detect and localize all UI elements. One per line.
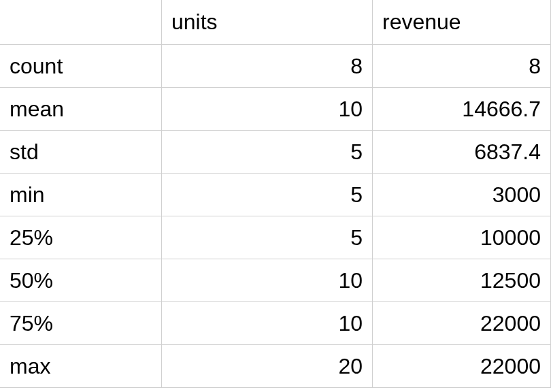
table-row: min 5 3000 xyxy=(0,174,551,216)
cell-units: 10 xyxy=(162,302,373,345)
cell-revenue: 3000 xyxy=(373,174,551,216)
cell-units: 5 xyxy=(162,174,373,216)
table-header-row: units revenue xyxy=(0,0,551,45)
row-label: count xyxy=(0,45,162,88)
cell-units: 5 xyxy=(162,131,373,174)
table-row: mean 10 14666.7 xyxy=(0,88,551,131)
col-header-units: units xyxy=(162,0,373,45)
table-row: count 8 8 xyxy=(0,45,551,88)
cell-revenue: 14666.7 xyxy=(373,88,551,131)
cell-revenue: 8 xyxy=(373,45,551,88)
cell-revenue: 22000 xyxy=(373,345,551,388)
cell-units: 5 xyxy=(162,216,373,259)
row-label: 25% xyxy=(0,216,162,259)
stats-table: units revenue count 8 8 mean 10 14666.7 … xyxy=(0,0,551,388)
col-header-index xyxy=(0,0,162,45)
table-row: 75% 10 22000 xyxy=(0,302,551,345)
cell-revenue: 22000 xyxy=(373,302,551,345)
row-label: 75% xyxy=(0,302,162,345)
row-label: mean xyxy=(0,88,162,131)
row-label: 50% xyxy=(0,259,162,302)
cell-revenue: 6837.4 xyxy=(373,131,551,174)
cell-revenue: 12500 xyxy=(373,259,551,302)
cell-units: 10 xyxy=(162,259,373,302)
table-row: max 20 22000 xyxy=(0,345,551,388)
col-header-revenue: revenue xyxy=(373,0,551,45)
cell-units: 20 xyxy=(162,345,373,388)
table-row: 25% 5 10000 xyxy=(0,216,551,259)
cell-units: 10 xyxy=(162,88,373,131)
row-label: min xyxy=(0,174,162,216)
table-row: std 5 6837.4 xyxy=(0,131,551,174)
cell-revenue: 10000 xyxy=(373,216,551,259)
row-label: std xyxy=(0,131,162,174)
cell-units: 8 xyxy=(162,45,373,88)
row-label: max xyxy=(0,345,162,388)
describe-table: units revenue count 8 8 mean 10 14666.7 … xyxy=(0,0,551,388)
table-row: 50% 10 12500 xyxy=(0,259,551,302)
